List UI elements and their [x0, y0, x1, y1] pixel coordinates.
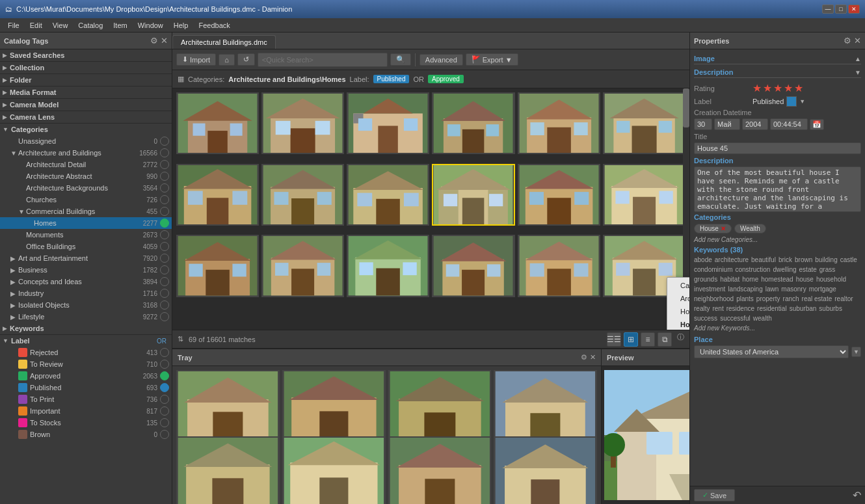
sidebar-item-to-stocks[interactable]: To Stocks 135 — [0, 417, 172, 429]
keyword-beautiful[interactable]: beautiful — [751, 256, 776, 263]
sidebar-item-office-buildings[interactable]: Office Buildings 4059 — [0, 241, 172, 252]
tab-architectural-buildings[interactable]: Architectural Buildings.dmc — [172, 35, 276, 49]
sidebar-item-business[interactable]: ▶ Business 1782 — [0, 264, 172, 276]
label-dropdown-arrow[interactable]: ▼ — [799, 98, 805, 105]
keyword-building[interactable]: building — [815, 256, 837, 263]
keyword-ranch[interactable]: ranch — [783, 295, 799, 302]
tray-close-icon[interactable]: ✕ — [590, 353, 596, 362]
keyword-neighborhood[interactable]: neighborhood — [694, 295, 734, 302]
context-menu-categories[interactable]: Categories — [667, 279, 689, 292]
keyword-residential[interactable]: residential — [757, 305, 787, 312]
keyword-construction[interactable]: construction — [735, 266, 770, 273]
tray-thumbnail[interactable] — [176, 436, 280, 504]
keyword-wealth[interactable]: wealth — [753, 315, 772, 322]
thumbnail-selected[interactable] — [432, 164, 514, 226]
thumbnail[interactable] — [518, 92, 600, 154]
context-menu-home-renovations[interactable]: Home Renovations — [667, 305, 689, 318]
refresh-button[interactable]: ↺ — [237, 53, 255, 66]
thumbnail[interactable] — [261, 235, 344, 297]
sidebar-item-arch-abstract[interactable]: Architecture Abstract 990 — [0, 170, 172, 182]
sidebar-item-art-entertainment[interactable]: ▶ Art and Entertainment 7920 — [0, 252, 172, 264]
grid-scrollbar-thumb[interactable] — [683, 88, 689, 127]
keyword-house[interactable]: house — [796, 276, 814, 283]
menu-window[interactable]: Window — [133, 20, 168, 31]
sidebar-item-rejected[interactable]: Rejected 413 — [0, 347, 172, 358]
keyword-masonry[interactable]: masonry — [781, 285, 806, 293]
keyword-architecture[interactable]: architecture — [715, 256, 749, 263]
keyword-habitat[interactable]: habitat — [720, 276, 739, 283]
keyword-lawn[interactable]: lawn — [765, 285, 779, 293]
sidebar-item-keywords[interactable]: ▶Keywords — [0, 323, 172, 335]
keyword-household[interactable]: household — [816, 276, 846, 283]
category-tag-wealth[interactable]: Wealth — [734, 224, 766, 233]
date-month-input[interactable] — [714, 118, 740, 130]
sidebar-item-to-review[interactable]: To Review 710 — [0, 358, 172, 370]
keyword-investment[interactable]: investment — [694, 285, 725, 293]
sidebar-item-arch-buildings[interactable]: ▼ Architecture and Buildings 16566 — [0, 147, 172, 159]
view-preview-button[interactable]: ⧉ — [658, 332, 672, 347]
thumbnail[interactable] — [176, 164, 259, 226]
menu-help[interactable]: Help — [168, 20, 194, 31]
sidebar-item-media-format[interactable]: ▶Media Format — [0, 86, 172, 99]
tray-thumbnail[interactable] — [494, 436, 597, 504]
menu-feedback[interactable]: Feedback — [193, 20, 235, 31]
thumbnail[interactable] — [518, 235, 600, 297]
keyword-estate[interactable]: estate — [799, 266, 817, 273]
minimize-button[interactable]: — — [822, 5, 834, 14]
menu-file[interactable]: File — [3, 20, 25, 31]
save-button[interactable]: ✓ Save — [694, 489, 735, 501]
keyword-abode[interactable]: abode — [694, 256, 712, 263]
keyword-landscaping[interactable]: landscaping — [728, 285, 762, 293]
view-list-button[interactable]: ≡ — [641, 332, 655, 347]
keyword-condominium[interactable]: condominium — [694, 266, 732, 273]
sidebar-item-approved[interactable]: Approved 2063 — [0, 370, 172, 382]
thumbnail[interactable] — [347, 235, 429, 297]
place-select[interactable]: United States of America — [694, 345, 849, 358]
keyword-dwelling[interactable]: dwelling — [773, 266, 796, 273]
keyword-success[interactable]: success — [694, 315, 717, 322]
date-day-input[interactable] — [694, 118, 712, 130]
keyword-homestead[interactable]: homestead — [761, 276, 793, 283]
keyword-successful[interactable]: successful — [720, 315, 751, 322]
thumbnail[interactable] — [603, 92, 685, 154]
right-panel-scroll[interactable]: Image ▲ Description ▼ Rating ★★★★★ — [690, 49, 865, 486]
keyword-plants[interactable]: plants — [736, 295, 754, 302]
context-menu-house[interactable]: House — [667, 318, 689, 330]
info-icon[interactable]: ⓘ — [677, 332, 684, 347]
place-dropdown-arrow[interactable]: ▼ — [851, 347, 861, 357]
keyword-brick[interactable]: brick — [778, 256, 792, 263]
sidebar-item-label[interactable]: ▼ Label OR — [0, 335, 172, 347]
menu-catalog[interactable]: Catalog — [73, 20, 108, 31]
view-details-button[interactable]: ☰☰ — [607, 332, 621, 347]
home-button[interactable]: ⌂ — [219, 54, 235, 66]
label-color-box[interactable] — [786, 96, 797, 107]
view-grid-button[interactable]: ⊞ — [624, 332, 638, 347]
keyword-home[interactable]: home — [742, 276, 758, 283]
menu-item[interactable]: Item — [108, 20, 132, 31]
search-button[interactable]: 🔍 — [390, 53, 411, 66]
label-approved-badge[interactable]: Approved — [428, 75, 464, 83]
sidebar-item-camera-model[interactable]: ▶Camera Model — [0, 99, 172, 111]
maximize-button[interactable]: □ — [835, 5, 847, 14]
sidebar-item-commercial-buildings[interactable]: ▼ Commercial Buildings 455 — [0, 206, 172, 217]
tray-thumbnail[interactable] — [388, 436, 492, 504]
thumbnail[interactable] — [176, 235, 259, 297]
sidebar-item-brown[interactable]: Brown 0 — [0, 429, 172, 440]
label-published-badge[interactable]: Published — [373, 75, 410, 83]
sidebar-item-saved-searches[interactable]: ▶Saved Searches — [0, 49, 172, 62]
keyword-brown[interactable]: brown — [795, 256, 812, 263]
sidebar-item-arch-backgrounds[interactable]: Architecture Backgrounds 3564 — [0, 182, 172, 194]
keyword-mortgage[interactable]: mortgage — [809, 285, 836, 293]
sidebar-item-to-print[interactable]: To Print 736 — [0, 393, 172, 405]
advanced-button[interactable]: Advanced — [419, 54, 463, 66]
thumbnail[interactable] — [176, 92, 259, 154]
keyword-rent[interactable]: rent — [712, 305, 723, 312]
sidebar-item-published[interactable]: Published 693 — [0, 382, 172, 393]
tray-gear-icon[interactable]: ⚙ — [581, 353, 587, 362]
sidebar-item-lifestyle[interactable]: ▶ Lifestyle 9272 — [0, 311, 172, 323]
sidebar-item-categories[interactable]: ▼Categories — [0, 124, 172, 135]
date-year-input[interactable] — [742, 118, 768, 130]
description-textarea[interactable]: One of the most beautiful house I have s… — [694, 166, 861, 212]
properties-gear-icon[interactable]: ⚙ — [844, 36, 851, 46]
sidebar-item-monuments[interactable]: Monuments 2673 — [0, 229, 172, 241]
